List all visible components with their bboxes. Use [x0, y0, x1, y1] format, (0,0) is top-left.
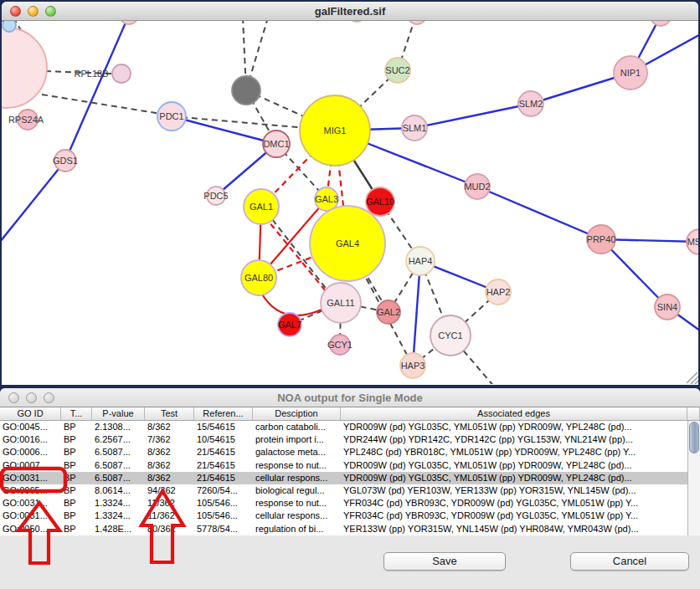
- window-controls: [10, 6, 56, 17]
- network-canvas[interactable]: RPL18BRPS24AGDS1PDC1DMC1MIG1SUC2SLM1SLM2…: [2, 21, 698, 384]
- dialog-footer: Save Cancel: [0, 542, 700, 589]
- node-big-left[interactable]: [2, 28, 47, 108]
- column-header-Test[interactable]: Test: [145, 407, 194, 420]
- cell-pvalue: 6.5087...: [92, 472, 145, 484]
- network-window-titlebar[interactable]: galFiltered.sif: [2, 2, 698, 21]
- column-header-GO ID[interactable]: GO ID: [0, 407, 61, 420]
- table-header-row: GO IDT...P-valueTestReferen...Desciption…: [0, 407, 700, 421]
- node-label-DMC1: DMC1: [263, 139, 289, 149]
- table-row-1[interactable]: GO:0045...BP2.1308...8/36215/54615carbon…: [0, 421, 700, 433]
- node-green-top[interactable]: [348, 21, 365, 22]
- table-row-7[interactable]: GO:0031...BP1.3324...11/362105/546...res…: [0, 497, 700, 510]
- close-button[interactable]: [10, 6, 21, 17]
- cancel-button[interactable]: Cancel: [570, 552, 689, 571]
- node-label-GAL7: GAL7: [278, 320, 301, 330]
- node-label-GCY1: GCY1: [327, 340, 353, 350]
- cell-test: 11/362: [145, 497, 194, 510]
- cell-pvalue: 6.5087...: [92, 446, 145, 458]
- cell-type: BP: [61, 484, 92, 497]
- table-row-2[interactable]: GO:0016...BP6.2567...7/36210/54615protei…: [0, 433, 700, 446]
- column-header-Desciption[interactable]: Desciption: [253, 407, 341, 420]
- cell-test: 80/362: [145, 523, 194, 535]
- node-label-HAP4: HAP4: [409, 256, 433, 266]
- zoom-button[interactable]: [45, 6, 56, 17]
- node-label-GDS1: GDS1: [53, 156, 78, 166]
- node-label-SLM1: SLM1: [403, 123, 427, 133]
- noa-window-title: NOA output for Single Mode: [0, 388, 700, 407]
- edge-pp[interactable]: [413, 261, 420, 366]
- minimize-button[interactable]: [26, 392, 37, 403]
- node-label-SIN4: SIN4: [657, 302, 677, 312]
- node-label-PDC1: PDC1: [159, 111, 183, 121]
- node-label-RPL18B: RPL18B: [75, 69, 109, 79]
- table-row-3[interactable]: GO:0006...BP6.5087...8/36221/54615galact…: [0, 446, 700, 458]
- network-graph[interactable]: RPL18BRPS24AGDS1PDC1DMC1MIG1SUC2SLM1SLM2…: [2, 21, 698, 384]
- cell-pvalue: 2.1308...: [92, 421, 145, 433]
- cell-description: regulation of bi...: [253, 523, 341, 535]
- column-header-P-value[interactable]: P-value: [92, 407, 145, 420]
- cell-description: cellular respons...: [253, 472, 341, 484]
- scrollbar-thumb[interactable]: [689, 422, 699, 453]
- node-pink-top-a[interactable]: [120, 21, 138, 24]
- node-label-NIP1: NIP1: [620, 68, 641, 78]
- cell-type: BP: [61, 446, 92, 458]
- minimize-button[interactable]: [28, 6, 39, 17]
- edge-pp[interactable]: [477, 187, 601, 239]
- table-scrollbar[interactable]: [687, 421, 700, 535]
- edge-pp[interactable]: [2, 161, 65, 242]
- cell-test: 8/362: [145, 472, 194, 484]
- cell-reference: 21/54615: [194, 459, 253, 472]
- cell-test: 8/362: [145, 459, 194, 472]
- node-RPL18B[interactable]: [112, 64, 131, 83]
- edge-pp[interactable]: [65, 21, 129, 161]
- cell-type: BP: [61, 459, 92, 472]
- cell-reference: 10/54615: [194, 433, 253, 446]
- node-label-PRP40: PRP40: [587, 234, 616, 244]
- node-label-GAL3: GAL3: [315, 194, 338, 204]
- cell-reference: 15/54615: [194, 421, 253, 433]
- noa-window-titlebar[interactable]: NOA output for Single Mode: [0, 388, 700, 407]
- cell-go: GO:0007...: [0, 459, 61, 472]
- cell-type: BP: [61, 433, 92, 446]
- cell-go: GO:0016...: [0, 433, 61, 446]
- edge-red[interactable]: [261, 293, 322, 315]
- close-button[interactable]: [8, 392, 19, 403]
- cell-reference: 21/54615: [194, 472, 253, 484]
- column-header-Associated edges[interactable]: Associated edges: [341, 407, 687, 420]
- node-blue-top[interactable]: [3, 21, 16, 32]
- node-pink-top-c[interactable]: [651, 21, 671, 26]
- edge-pp[interactable]: [414, 104, 531, 128]
- cell-test: 8/362: [145, 421, 194, 433]
- node-gray-node[interactable]: [232, 76, 260, 105]
- cell-type: BP: [61, 421, 92, 433]
- cell-reference: 105/546...: [194, 510, 253, 522]
- column-header-Referen...[interactable]: Referen...: [194, 407, 253, 420]
- cell-test: 8/362: [145, 446, 194, 458]
- cell-test: 7/362: [145, 433, 194, 446]
- cell-pvalue: 1.428E...: [92, 523, 145, 535]
- node-pink-top-b[interactable]: [408, 21, 426, 24]
- node-label-SLM2: SLM2: [519, 99, 543, 109]
- cell-type: BP: [61, 472, 92, 484]
- save-button[interactable]: Save: [383, 552, 506, 571]
- resize-grip[interactable]: [687, 372, 697, 383]
- cell-description: carbon cataboli...: [253, 421, 341, 433]
- resize-grip[interactable]: [695, 380, 698, 384]
- column-header-corner[interactable]: [687, 407, 700, 420]
- cell-description: response to nut...: [253, 459, 341, 472]
- table-row-4[interactable]: GO:0007...BP6.5087...8/36221/54615respon…: [0, 459, 700, 472]
- table-row-5[interactable]: GO:0031...BP6.5087...8/36221/54615cellul…: [0, 472, 700, 484]
- cell-edges: YFR034C (pd) YBR093C, YDR009W (pd) YGL03…: [341, 497, 687, 510]
- table-row-6[interactable]: GO:0065...BP8.0614...94/3627260/54...bio…: [0, 484, 700, 497]
- edge-pd[interactable]: [42, 95, 161, 114]
- cell-edges: YDR009W (pd) YGL035C, YML051W (pp) YDR00…: [341, 472, 687, 484]
- zoom-button[interactable]: [44, 392, 54, 403]
- cell-pvalue: 6.2567...: [92, 433, 145, 446]
- cell-go: GO:0031...: [0, 472, 61, 484]
- node-label-RPS24A: RPS24A: [8, 115, 44, 125]
- cell-type: BP: [61, 510, 92, 522]
- table-row-8[interactable]: GO:0031...BP1.3324...11/362105/546...cel…: [0, 510, 700, 522]
- column-header-T...[interactable]: T...: [61, 407, 92, 420]
- table-row-9[interactable]: GO:0050...BP1.428E...80/3625778/54...reg…: [0, 523, 700, 535]
- cell-pvalue: 1.3324...: [92, 497, 145, 510]
